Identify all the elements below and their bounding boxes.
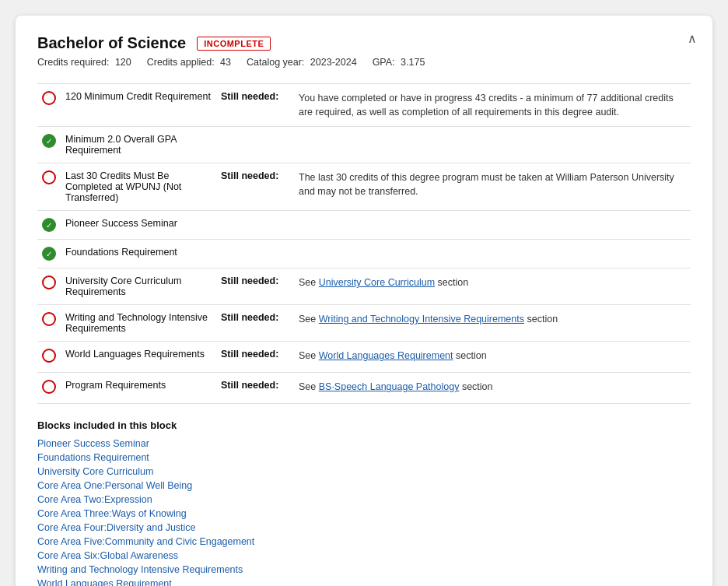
list-item: Core Area Four:Diversity and Justice (37, 521, 691, 533)
still-needed-label: Still needed: (216, 268, 294, 305)
requirement-description: The last 30 credits of this degree progr… (294, 163, 691, 211)
list-item: Core Area Five:Community and Civic Engag… (37, 535, 691, 547)
block-link[interactable]: Writing and Technology Intensive Require… (37, 564, 243, 575)
still-needed-label: Still needed: (216, 305, 294, 342)
complete-icon: ✓ (42, 134, 56, 148)
table-row: ✓Foundations Requirement (37, 240, 691, 268)
still-needed-label (216, 211, 294, 240)
table-row: Writing and Technology Intensive Require… (37, 305, 691, 342)
block-link[interactable]: World Languages Requirement (37, 578, 172, 586)
requirement-description (294, 240, 691, 268)
blocks-section: Blocks included in this block Pioneer Su… (37, 419, 691, 586)
requirement-description: See World Languages Requirement section (294, 342, 691, 373)
credits-required: Credits required: 120 (37, 57, 131, 68)
incomplete-icon (42, 312, 56, 326)
list-item: Core Area Three:Ways of Knowing (37, 507, 691, 519)
requirement-name: Pioneer Success Seminar (61, 211, 216, 240)
requirement-link[interactable]: BS·Speech Language Pathology (319, 381, 460, 392)
still-needed-label: Still needed: (216, 163, 294, 211)
gpa: GPA: 3.175 (373, 57, 425, 68)
requirements-table: 120 Minimum Credit RequirementStill need… (37, 83, 691, 404)
table-row: ✓Minimum 2.0 Overall GPA Requirement (37, 127, 691, 163)
list-item: Core Area One:Personal Well Being (37, 479, 691, 491)
still-needed-label (216, 240, 294, 268)
requirement-name: World Languages Requirements (61, 342, 216, 373)
card-header: Bachelor of Science INCOMPLETE (37, 34, 691, 52)
list-item: Pioneer Success Seminar (37, 437, 691, 449)
complete-icon: ✓ (42, 247, 56, 261)
list-item: Core Area Six:Global Awareness (37, 549, 691, 561)
table-row: Last 30 Credits Must Be Completed at WPU… (37, 163, 691, 211)
requirement-description (294, 127, 691, 163)
list-item: World Languages Requirement (37, 577, 691, 586)
blocks-list: Pioneer Success SeminarFoundations Requi… (37, 437, 691, 586)
incomplete-icon (42, 380, 56, 394)
block-link[interactable]: Core Area Four:Diversity and Justice (37, 522, 196, 533)
requirement-name: Program Requirements (61, 373, 216, 404)
degree-audit-card: Bachelor of Science INCOMPLETE ∧ Credits… (16, 16, 712, 586)
table-row: Program RequirementsStill needed:See BS·… (37, 373, 691, 404)
requirement-description: See University Core Curriculum section (294, 268, 691, 305)
table-row: 120 Minimum Credit RequirementStill need… (37, 84, 691, 127)
requirement-link[interactable]: World Languages Requirement (319, 350, 453, 361)
list-item: Foundations Requirement (37, 451, 691, 463)
block-link[interactable]: Core Area One:Personal Well Being (37, 480, 192, 491)
blocks-title: Blocks included in this block (37, 419, 691, 431)
requirement-link[interactable]: Writing and Technology Intensive Require… (319, 314, 524, 325)
requirement-name: 120 Minimum Credit Requirement (61, 84, 216, 127)
table-row: University Core Curriculum RequirementsS… (37, 268, 691, 305)
collapse-button[interactable]: ∧ (688, 31, 697, 46)
requirement-description: See Writing and Technology Intensive Req… (294, 305, 691, 342)
requirement-description: You have completed or have in progress 4… (294, 84, 691, 127)
incomplete-icon (42, 91, 56, 105)
incomplete-icon (42, 170, 56, 184)
block-link[interactable]: Core Area Six:Global Awareness (37, 550, 178, 561)
complete-icon: ✓ (42, 218, 56, 232)
requirement-description (294, 211, 691, 240)
requirement-name: University Core Curriculum Requirements (61, 268, 216, 305)
catalog-year: Catalog year: 2023-2024 (247, 57, 357, 68)
still-needed-label: Still needed: (216, 373, 294, 404)
block-link[interactable]: University Core Curriculum (37, 466, 153, 477)
still-needed-label: Still needed: (216, 342, 294, 373)
block-link[interactable]: Core Area Two:Expression (37, 494, 152, 505)
block-link[interactable]: Pioneer Success Seminar (37, 438, 149, 449)
requirement-description: See BS·Speech Language Pathology section (294, 373, 691, 404)
block-link[interactable]: Foundations Requirement (37, 452, 149, 463)
table-row: World Languages RequirementsStill needed… (37, 342, 691, 373)
incomplete-icon (42, 349, 56, 363)
still-needed-label: Still needed: (216, 84, 294, 127)
requirement-name: Last 30 Credits Must Be Completed at WPU… (61, 163, 216, 211)
requirement-name: Minimum 2.0 Overall GPA Requirement (61, 127, 216, 163)
list-item: Writing and Technology Intensive Require… (37, 563, 691, 575)
block-link[interactable]: Core Area Five:Community and Civic Engag… (37, 536, 254, 547)
status-badge: INCOMPLETE (197, 37, 271, 51)
incomplete-icon (42, 275, 56, 289)
requirement-link[interactable]: University Core Curriculum (319, 277, 435, 288)
requirement-name: Foundations Requirement (61, 240, 216, 268)
list-item: Core Area Two:Expression (37, 493, 691, 505)
degree-title: Bachelor of Science (37, 34, 186, 52)
still-needed-label (216, 127, 294, 163)
credits-applied: Credits applied: 43 (147, 57, 231, 68)
list-item: University Core Curriculum (37, 465, 691, 477)
meta-row: Credits required: 120 Credits applied: 4… (37, 57, 691, 68)
block-link[interactable]: Core Area Three:Ways of Knowing (37, 508, 187, 519)
table-row: ✓Pioneer Success Seminar (37, 211, 691, 240)
requirement-name: Writing and Technology Intensive Require… (61, 305, 216, 342)
